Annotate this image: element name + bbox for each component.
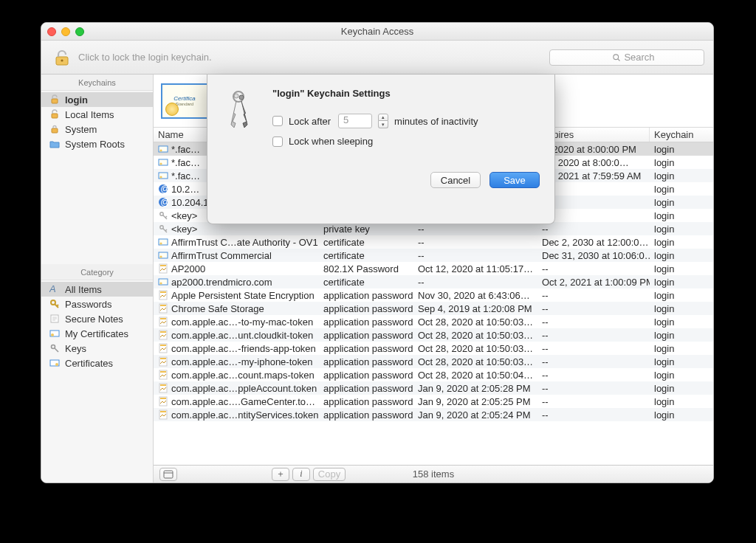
table-row[interactable]: ap2000.trendmicro.comcertificate--Oct 2,… [154,275,713,288]
category-item-certificates[interactable]: Certificates [41,356,153,370]
stepper-down-icon[interactable]: ▾ [378,121,388,128]
category-item-my-certificates[interactable]: My Certificates [41,326,153,341]
category-item-keys[interactable]: Keys [41,341,153,356]
cell-expires: -- [537,355,650,368]
table-row[interactable]: com.apple.ac…-my-iphone-tokenapplication… [154,355,713,368]
keys-icon [49,342,61,354]
info-button[interactable]: i [292,468,310,481]
minutes-stepper[interactable]: ▴ ▾ [378,114,388,128]
cell-name: com.apple.ac…unt.cloudkit-token [171,330,313,341]
cell-keychain: login [650,156,713,169]
cell-name: AffirmTrust C…ate Authority - OV1 [171,237,318,248]
search-field[interactable]: Search [549,49,704,66]
category-item-passwords[interactable]: Passwords [41,297,153,311]
cell-expires: Oct 2, 2021 at 1:00:09 PM [537,275,650,288]
keychain-item-login[interactable]: login [41,92,153,107]
sidebar-item-label: My Certificates [65,328,128,339]
table-row[interactable]: Apple Persistent State Encryptionapplica… [154,288,713,302]
category-item-secure-notes[interactable]: Secure Notes [41,311,153,326]
table-row[interactable]: com.apple.ac….GameCenter.tokenapplicatio… [154,395,713,408]
save-button[interactable]: Save [489,172,540,188]
table-row[interactable]: AffirmTrust C…ate Authority - OV1certifi… [154,235,713,249]
svg-rect-4 [52,99,58,103]
cell-name: com.apple.ac…count.maps-token [171,370,315,381]
toolbar: Click to lock the login keychain. Search [41,41,713,75]
show-preview-button[interactable] [159,468,177,481]
svg-line-36 [165,229,167,231]
folder-icon [49,138,61,150]
cell-kind: certificate [319,275,413,288]
svg-point-34 [160,226,163,229]
cell-keychain: login [650,249,713,262]
cell-keychain: login [650,275,713,288]
svg-point-17 [52,345,55,349]
cell-kind: application password [319,288,413,302]
svg-line-33 [165,216,167,218]
cell-expires: -- [537,328,650,342]
cert-icon [158,277,168,287]
cell-keychain: login [650,209,713,222]
svg-rect-5 [52,114,58,118]
svg-rect-50 [160,318,166,319]
cell-keychain: login [650,262,713,275]
key-icon [158,210,168,221]
at-icon: @ [158,197,168,207]
lock-keychain-button[interactable] [50,46,74,69]
keychain-item-system-roots[interactable]: System Roots [41,136,153,151]
svg-point-20 [55,363,58,366]
keychain-item-system[interactable]: System [41,122,153,136]
category-list: AAll ItemsPasswordsSecure NotesMy Certif… [41,280,153,372]
cell-modified: -- [413,249,537,262]
cell-modified: Oct 28, 2020 at 10:50:03… [413,342,537,355]
status-bar: ＋ i Copy 158 items [154,465,713,483]
svg-point-38 [159,242,162,244]
key-icon [158,224,168,234]
svg-line-18 [55,348,58,352]
cell-name: AffirmTrust Commercial [171,250,272,261]
table-row[interactable]: AP2000802.1X PasswordOct 12, 2020 at 11:… [154,262,713,275]
stepper-up-icon[interactable]: ▴ [378,114,388,121]
col-keychain[interactable]: Keychain [650,128,713,142]
table-row[interactable]: com.apple.ac…unt.cloudkit-tokenapplicati… [154,328,713,342]
add-item-button[interactable]: ＋ [272,468,289,481]
cell-keychain: login [650,182,713,196]
cell-keychain: login [650,395,713,408]
cell-keychain: login [650,408,713,421]
app-icon [158,330,168,340]
lock-after-minutes-input[interactable]: 5 [338,114,372,128]
svg-rect-6 [52,128,58,133]
svg-point-16 [51,333,54,336]
cell-expires: -- [537,222,650,235]
keys-icon [222,89,259,134]
svg-text:A: A [49,284,56,294]
cell-kind: application password [319,395,413,408]
table-row[interactable]: com.apple.ac…-to-my-mac-tokenapplication… [154,315,713,328]
svg-rect-60 [160,384,166,386]
lock-when-sleeping-checkbox[interactable] [272,136,283,147]
table-row[interactable]: com.apple.ac…-friends-app-tokenapplicati… [154,342,713,355]
category-item-all-items[interactable]: AAll Items [41,282,153,297]
copy-button[interactable]: Copy [313,468,346,481]
cancel-button[interactable]: Cancel [430,172,481,188]
svg-rect-48 [160,305,166,306]
sidebar-item-label: login [65,94,88,106]
lock-after-checkbox[interactable] [272,116,283,126]
table-row[interactable]: AffirmTrust Commercialcertificate--Dec 3… [154,249,713,262]
app-icon [158,356,168,367]
keychain-item-local-items[interactable]: Local Items [41,107,153,122]
sidebar-item-label: Certificates [65,358,113,369]
certificate-thumbnail-icon: Certifica Standard [161,83,208,119]
cell-expires: -- [537,381,650,395]
table-row[interactable]: com.apple.ac…ppleAccount.tokenapplicatio… [154,381,713,395]
table-row[interactable]: com.apple.ac…ntityServices.tokenapplicat… [154,408,713,421]
passwords-icon [49,298,61,310]
cert-icon [158,237,168,247]
svg-point-2 [614,54,619,59]
svg-point-1 [61,59,63,61]
cell-keychain: login [650,302,713,315]
table-row[interactable]: com.apple.ac…count.maps-tokenapplication… [154,368,713,381]
cell-name: *.fac… [171,157,200,168]
table-row[interactable]: Chrome Safe Storageapplication passwordS… [154,302,713,315]
titlebar: Keychain Access [41,23,713,41]
cell-expires: -- [537,288,650,302]
